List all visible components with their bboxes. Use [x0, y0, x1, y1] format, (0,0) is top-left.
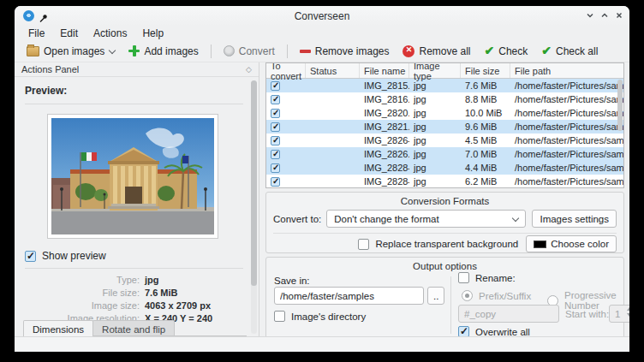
scrollbar-thumb[interactable] — [251, 80, 257, 286]
menu-help[interactable]: Help — [135, 27, 170, 40]
open-images-icon — [27, 46, 39, 56]
format-select[interactable]: Don't change the format — [326, 210, 526, 228]
status-bar — [15, 336, 629, 352]
color-swatch — [534, 240, 546, 248]
divider — [25, 268, 243, 269]
toolbar-separator — [211, 45, 212, 58]
save-path-input[interactable] — [274, 287, 424, 305]
converseen-window: Converseen File Edit Actions Help Open i… — [15, 6, 629, 352]
checkbox-box — [271, 150, 280, 159]
table-row[interactable]: IMG_2828-3.jpg jpg 6.2 MiB /home/faster/… — [266, 175, 623, 188]
menu-edit[interactable]: Edit — [53, 27, 85, 40]
header-file-name[interactable]: File name — [360, 63, 409, 78]
table-row[interactable]: IMG_2820.jpg jpg 10.0 MiB /home/faster/P… — [266, 106, 623, 120]
checkbox-box — [271, 109, 280, 118]
header-image-type[interactable]: Image type — [409, 63, 461, 78]
spinner-arrows[interactable] — [627, 307, 629, 317]
conversion-formats-title: Conversion Formats — [266, 193, 623, 206]
add-images-icon — [128, 45, 140, 56]
table-row[interactable]: IMG_2816.jpg jpg 8.8 MiB /home/faster/Pi… — [266, 92, 623, 106]
checkbox-box — [271, 122, 280, 132]
radio-circle — [462, 290, 473, 301]
remove-images-button[interactable]: Remove images — [293, 43, 397, 60]
tab-rotate-and-flip[interactable]: Rotate and flip — [92, 320, 175, 336]
close-button[interactable] — [613, 9, 624, 21]
row-checkbox[interactable] — [266, 175, 306, 188]
panel-scrollbar[interactable] — [251, 80, 257, 334]
table-row[interactable]: IMG_2821.jpg jpg 9.6 MiB /home/faster/Pi… — [266, 120, 623, 134]
rename-checkbox[interactable]: Rename: — [458, 272, 516, 283]
save-in-label: Save in: — [274, 276, 310, 286]
menubar: File Edit Actions Help — [15, 26, 629, 40]
add-images-button[interactable]: Add images — [122, 43, 205, 60]
menu-file[interactable]: File — [21, 27, 51, 40]
info-file-size: File size: 7.6 MiB — [15, 288, 259, 298]
table-row[interactable]: IMG_2826-Mo... jpg 4.5 MiB /home/faster/… — [266, 134, 623, 147]
preview-image — [47, 114, 218, 239]
row-checkbox[interactable] — [266, 147, 306, 161]
checkbox-box — [458, 272, 469, 283]
images-directory-checkbox[interactable]: Image's directory — [274, 311, 366, 322]
tab-dimensions[interactable]: Dimensions — [23, 320, 93, 336]
convert-button[interactable]: Convert — [217, 43, 282, 60]
checkbox-box — [271, 81, 280, 91]
checkbox-box — [358, 239, 369, 250]
checkbox-box — [271, 163, 280, 173]
info-type: Type: jpg — [15, 275, 259, 285]
remove-images-icon — [300, 50, 311, 53]
checkbox-box — [271, 136, 280, 145]
replace-transparent-checkbox[interactable]: Replace transparent background — [358, 239, 518, 250]
titlebar[interactable]: Converseen — [15, 6, 629, 26]
check-button[interactable]: ✔ Check — [478, 43, 535, 60]
row-checkbox[interactable] — [266, 106, 306, 120]
rename-pattern-input[interactable] — [458, 305, 559, 323]
check-icon: ✔ — [485, 45, 495, 56]
start-with-label: Start with: — [565, 309, 609, 319]
preview-label: Preview: — [25, 85, 67, 97]
row-checkbox[interactable] — [266, 92, 306, 106]
header-file-path[interactable]: File path — [510, 63, 623, 78]
row-checkbox[interactable] — [266, 161, 306, 175]
browse-button[interactable]: .. — [427, 287, 444, 305]
row-checkbox[interactable] — [266, 120, 306, 134]
show-preview-checkbox[interactable]: Show preview — [25, 250, 106, 262]
header-status[interactable]: Status — [306, 63, 360, 78]
info-image-size: Image size: 4063 x 2709 px — [15, 300, 259, 311]
start-with-spinner[interactable] — [609, 305, 629, 323]
check-all-button[interactable]: ✔ Check all — [534, 43, 605, 60]
table-row[interactable]: IMG_2828-2.jpg jpg 4.4 MiB /home/faster/… — [266, 161, 623, 175]
divider — [25, 104, 243, 104]
table-row[interactable]: IMG_2826.jpg jpg 7.0 MiB /home/faster/Pi… — [266, 147, 623, 161]
choose-color-button[interactable]: Choose color — [526, 235, 617, 252]
output-options-title: Output options — [266, 258, 623, 271]
table-scrollbar[interactable] — [617, 80, 623, 131]
header-to-convert[interactable]: To convert — [266, 63, 306, 78]
right-pane: To convert Status File name Image type F… — [265, 62, 624, 336]
minimize-button[interactable] — [584, 9, 595, 21]
menu-actions[interactable]: Actions — [86, 27, 134, 40]
divider — [273, 233, 617, 234]
prefix-suffix-radio[interactable]: Prefix/Suffix — [462, 290, 531, 301]
table-row[interactable]: IMG_2815.jpg jpg 7.6 MiB /home/faster/Pi… — [266, 79, 623, 92]
header-file-size[interactable]: File size — [461, 63, 510, 78]
toolbar-separator — [287, 45, 288, 58]
dimension-tabs: Dimensions Rotate and flip — [23, 320, 175, 336]
checkbox-box — [25, 251, 36, 262]
actions-panel-header: Actions Panel ◇ — [15, 62, 259, 77]
row-checkbox[interactable] — [266, 79, 306, 92]
row-checkbox[interactable] — [266, 134, 306, 147]
float-panel-icon[interactable]: ◇ — [246, 65, 252, 74]
remove-all-button[interactable]: Remove all — [396, 43, 477, 60]
chevron-down-icon — [512, 216, 518, 222]
checkbox-box — [271, 95, 280, 104]
table-header: To convert Status File name Image type F… — [266, 63, 623, 79]
file-list-table: To convert Status File name Image type F… — [265, 62, 624, 188]
toolbar: Open images Add images Convert Remove im… — [15, 40, 629, 62]
conversion-formats-group: Conversion Formats Convert to: Don't cha… — [265, 192, 624, 253]
main-content: Actions Panel ◇ Preview: — [15, 62, 629, 336]
open-images-button[interactable]: Open images — [20, 43, 122, 60]
output-options-group: Output options Save in: .. Image's direc… — [265, 257, 624, 340]
images-settings-button[interactable]: Images settings — [532, 210, 617, 228]
maximize-button[interactable] — [599, 9, 610, 21]
divider — [450, 276, 451, 334]
